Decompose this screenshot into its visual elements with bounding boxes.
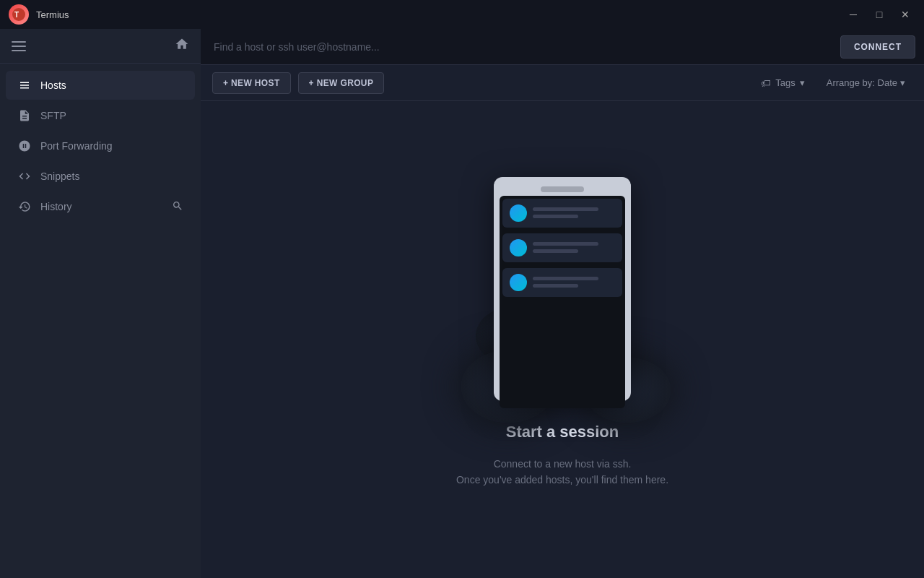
host-card-3 <box>502 268 622 297</box>
hosts-icon <box>17 78 32 92</box>
sidebar-label-history: History <box>40 201 72 212</box>
device-frame <box>494 177 631 401</box>
close-button[interactable]: ✕ <box>895 4 915 25</box>
host-line-2a <box>533 242 598 246</box>
empty-state-subtitle: Connect to a new host via ssh. Once you'… <box>456 456 668 488</box>
host-avatar-2 <box>510 239 527 256</box>
arrange-button[interactable]: Arrange by: Date ▾ <box>819 73 912 92</box>
device-title-pill <box>541 186 584 192</box>
host-line-1a <box>533 207 598 211</box>
host-card-lines-3 <box>533 277 615 288</box>
tags-button[interactable]: 🏷 Tags ▾ <box>754 73 811 93</box>
sidebar-label-port-forwarding: Port Forwarding <box>40 140 113 152</box>
sftp-icon <box>17 108 32 123</box>
connect-button[interactable]: CONNECT <box>840 35 915 59</box>
minimize-button[interactable]: ─ <box>843 4 863 25</box>
host-card-2 <box>502 233 622 262</box>
sidebar-top <box>0 29 201 64</box>
app-logo: T <box>9 4 29 25</box>
titlebar: T Termius ─ □ ✕ <box>0 0 924 29</box>
search-input[interactable] <box>209 35 833 59</box>
maximize-button[interactable]: □ <box>869 4 889 25</box>
host-line-3b <box>533 284 578 288</box>
arrange-label: Arrange by: Date <box>827 77 897 88</box>
sidebar-item-port-forwarding[interactable]: Port Forwarding <box>6 131 195 160</box>
host-avatar-1 <box>510 204 527 222</box>
search-bar: CONNECT <box>201 29 924 65</box>
sidebar-item-sftp[interactable]: SFTP <box>6 101 195 130</box>
hamburger-icon[interactable] <box>12 41 26 51</box>
host-line-3a <box>533 277 598 280</box>
host-line-1b <box>533 215 578 218</box>
tag-icon: 🏷 <box>761 77 771 89</box>
empty-state: Start a session Connect to a new host vi… <box>201 101 924 578</box>
main-content: CONNECT + NEW HOST + NEW GROUP 🏷 Tags ▾ … <box>201 29 924 578</box>
arrange-chevron-icon: ▾ <box>900 77 905 88</box>
history-left: History <box>17 199 72 214</box>
host-avatar-3 <box>510 274 527 291</box>
host-line-2b <box>533 249 578 253</box>
port-forwarding-icon <box>17 139 32 153</box>
sidebar-item-hosts[interactable]: Hosts <box>6 71 195 100</box>
app-title: Termius <box>36 9 69 20</box>
host-card-1 <box>502 199 622 228</box>
tags-label: Tags <box>775 77 795 88</box>
device-title-bar <box>500 183 625 196</box>
sidebar-item-snippets[interactable]: Snippets <box>6 162 195 191</box>
host-card-lines-2 <box>533 242 615 253</box>
svg-text:T: T <box>14 11 19 19</box>
illustration <box>454 163 671 408</box>
history-icon <box>17 199 32 214</box>
new-group-button[interactable]: + NEW GROUP <box>298 72 385 94</box>
sidebar-label-hosts: Hosts <box>40 79 66 91</box>
sidebar-label-snippets: Snippets <box>40 171 79 182</box>
snippets-icon <box>17 169 32 184</box>
tags-chevron-icon: ▾ <box>800 77 805 88</box>
home-icon[interactable] <box>175 37 189 55</box>
empty-subtitle-line1: Connect to a new host via ssh. <box>494 458 632 470</box>
sidebar-nav: Hosts SFTP Port Forwarding <box>0 64 201 228</box>
empty-subtitle-line2: Once you've added hosts, you'll find the… <box>456 474 668 486</box>
device-inner <box>500 196 625 408</box>
toolbar: + NEW HOST + NEW GROUP 🏷 Tags ▾ Arrange … <box>201 65 924 101</box>
history-search-icon[interactable] <box>172 200 183 214</box>
app-container: Hosts SFTP Port Forwarding <box>0 29 924 578</box>
sidebar-label-sftp: SFTP <box>40 110 66 121</box>
empty-state-title: Start a session <box>506 423 619 441</box>
sidebar-item-history[interactable]: History <box>6 192 195 221</box>
sidebar: Hosts SFTP Port Forwarding <box>0 29 201 578</box>
new-host-button[interactable]: + NEW HOST <box>212 72 291 94</box>
titlebar-left: T Termius <box>9 4 69 25</box>
window-controls: ─ □ ✕ <box>843 4 915 25</box>
host-card-lines-1 <box>533 207 615 218</box>
